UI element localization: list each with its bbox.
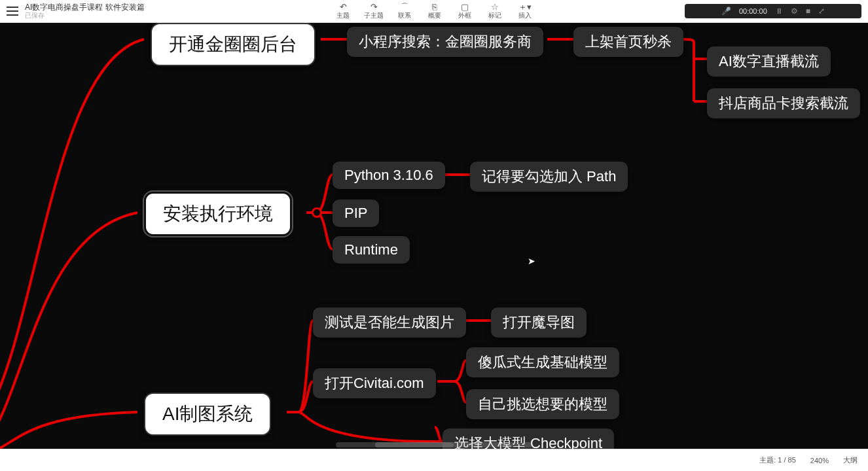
document-title-block: AI数字电商操盘手课程 软件安装篇 已保存 xyxy=(25,3,145,19)
status-bar: 主题: 1 / 85 240% 大纲 xyxy=(0,449,868,471)
toolbar-right: 🎤 00:00:00 ⏸ ⚙ ■ ⤢ xyxy=(685,4,861,18)
expand-icon[interactable]: ⤢ xyxy=(818,7,825,16)
node-civitai[interactable]: 打开Civitai.com xyxy=(313,368,436,398)
plus-icon: ＋▾ xyxy=(518,3,532,11)
recorder-panel[interactable]: 🎤 00:00:00 ⏸ ⚙ ■ ⤢ xyxy=(685,4,861,18)
recorder-time: 00:00:00 xyxy=(739,7,767,15)
node-test-gen[interactable]: 测试是否能生成图片 xyxy=(313,307,466,338)
tool-relationship[interactable]: ⌒联系 xyxy=(395,3,414,20)
document-title: AI数字电商操盘手课程 软件安装篇 xyxy=(25,3,145,12)
node-pick-model[interactable]: 自己挑选想要的模型 xyxy=(466,389,619,419)
status-topic-count: 主题: 1 / 85 xyxy=(759,455,796,465)
document-status: 已保存 xyxy=(25,12,145,19)
node-ai-live[interactable]: AI数字直播截流 xyxy=(707,46,831,77)
mindmap-canvas[interactable]: 开通金圈圈后台 小程序搜索：金圈圈服务商 上架首页秒杀 AI数字直播截流 抖店商… xyxy=(0,23,868,449)
summary-icon: ⎘ xyxy=(432,3,437,11)
node-doudian[interactable]: 抖店商品卡搜索截流 xyxy=(707,88,860,118)
node-ai-image[interactable]: AI制图系统 xyxy=(144,392,271,436)
node-pip[interactable]: PIP xyxy=(333,200,379,227)
tool-topic[interactable]: ↶主题 xyxy=(334,3,352,20)
joint-env[interactable] xyxy=(312,207,322,218)
node-shagua[interactable]: 傻瓜式生成基础模型 xyxy=(466,347,619,377)
tool-boundary[interactable]: ▢外框 xyxy=(456,3,474,20)
status-view-mode[interactable]: 大纲 xyxy=(843,455,858,465)
node-install-env[interactable]: 安装执行环境 xyxy=(144,192,292,236)
pause-icon[interactable]: ⏸ xyxy=(775,7,783,16)
toolbar-tools: ↶主题 ↷子主题 ⌒联系 ⎘概要 ▢外框 ☆标记 ＋▾插入 xyxy=(334,3,534,20)
mouse-cursor: ➤ xyxy=(528,256,535,266)
top-toolbar: AI数字电商操盘手课程 软件安装篇 已保存 ↶主题 ↷子主题 ⌒联系 ⎘概要 ▢… xyxy=(0,0,868,23)
tool-insert[interactable]: ＋▾插入 xyxy=(516,3,534,20)
stop-icon[interactable]: ■ xyxy=(806,7,810,16)
node-runtime[interactable]: Runtime xyxy=(333,236,410,264)
tool-marker[interactable]: ☆标记 xyxy=(486,3,504,20)
node-modao[interactable]: 打开魔导图 xyxy=(491,307,587,338)
boundary-icon: ▢ xyxy=(461,3,469,11)
node-shangjia[interactable]: 上架首页秒杀 xyxy=(573,27,683,57)
tool-subtopic[interactable]: ↷子主题 xyxy=(364,3,384,20)
menu-icon[interactable] xyxy=(7,7,18,16)
status-zoom[interactable]: 240% xyxy=(810,457,829,464)
arc-icon: ⌒ xyxy=(401,3,409,11)
star-icon: ☆ xyxy=(491,3,499,11)
mic-icon[interactable]: 🎤 xyxy=(721,7,731,16)
node-python[interactable]: Python 3.10.6 xyxy=(333,162,445,189)
horizontal-scrollbar[interactable] xyxy=(336,442,532,447)
settings-icon[interactable]: ⚙ xyxy=(791,7,798,16)
tool-summary[interactable]: ⎘概要 xyxy=(425,3,444,20)
undo-icon: ↶ xyxy=(340,3,347,11)
node-open-jinquan[interactable]: 开通金圈圈后台 xyxy=(151,23,316,66)
scrollbar-thumb[interactable] xyxy=(375,442,454,447)
redo-icon: ↷ xyxy=(371,3,378,11)
node-search-jinquan[interactable]: 小程序搜索：金圈圈服务商 xyxy=(347,27,543,57)
node-path[interactable]: 记得要勾选加入 Path xyxy=(470,162,628,192)
